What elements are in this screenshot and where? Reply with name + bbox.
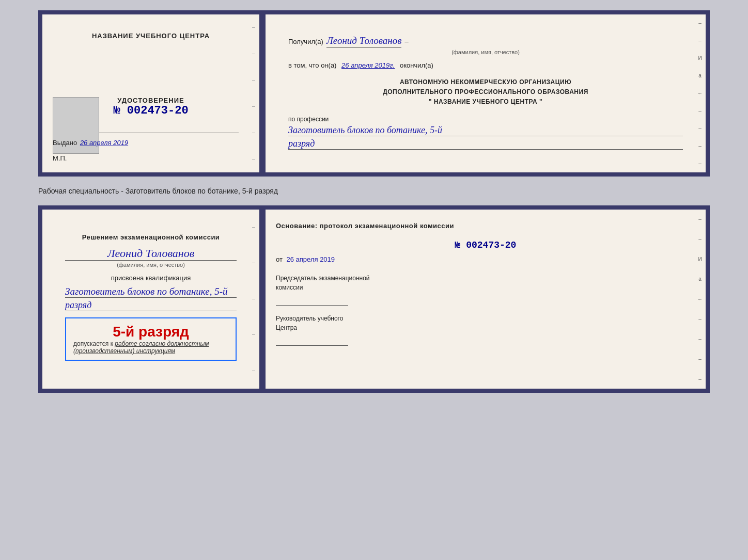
divider-top: [261, 14, 263, 172]
bmark-И: И: [698, 257, 702, 262]
osnovanie-label: Основание: протокол экзаменационной коми…: [276, 222, 454, 230]
predsedatel-signature: [276, 295, 348, 306]
fio-sublabel-bottom: (фамилия, имя, отчество): [65, 262, 237, 268]
btick5: [252, 371, 255, 371]
tick2: [252, 54, 255, 54]
dopuskaetsya-line: допускается к работе согласно должностны…: [73, 340, 228, 355]
org-block: АВТОНОМНУЮ НЕКОММЕРЧЕСКУЮ ОРГАНИЗАЦИЮ ДО…: [288, 77, 683, 107]
border-marks-top-left: [250, 14, 257, 172]
tick4: [252, 106, 255, 107]
top-cert-right: Получил(а) Леонид Толованов – (фамилия, …: [266, 14, 706, 172]
btick3: [252, 299, 255, 299]
bottom-left-content: Решением экзаменационной комиссии Леонид…: [53, 222, 249, 377]
rukovoditel-line2: Центра: [276, 323, 695, 332]
mark-dash3: –: [698, 108, 702, 114]
rukovoditel-line1: Руководитель учебного: [276, 314, 695, 323]
okonchil-label: окончил(а): [400, 61, 433, 69]
ot-label: от: [276, 255, 283, 263]
resheniyem-block: Решением экзаменационной комиссии: [65, 232, 237, 243]
divider-bottom: [261, 210, 263, 389]
top-cert-left: НАЗВАНИЕ УЧЕБНОГО ЦЕНТРА УДОСТОВЕРЕНИЕ №…: [42, 14, 259, 172]
border-marks-bottom-left: [250, 210, 257, 389]
org-line1: АВТОНОМНУЮ НЕКОММЕРЧЕСКУЮ ОРГАНИЗАЦИЮ: [288, 77, 683, 87]
predsedatel-line1: Председатель экзаменационной: [276, 274, 695, 283]
ot-line: от 26 апреля 2019: [276, 255, 695, 263]
vydano-line: Выдано 26 апреля 2019: [53, 139, 128, 147]
bmark-dash6: –: [698, 376, 702, 382]
btick1: [252, 227, 255, 228]
predsedatel-line2: комиссии: [276, 283, 695, 292]
predsedatel-block: Председатель экзаменационной комиссии: [276, 274, 695, 306]
ot-date: 26 апреля 2019: [287, 255, 335, 263]
subtitle-text: Рабочая специальность - Заготовитель бло…: [38, 187, 278, 195]
mark-arrow: ←: [697, 90, 703, 96]
bmark-а: а: [698, 276, 702, 282]
tick5: [252, 133, 255, 133]
vtom-row: в том, что он(а) 26 апреля 2019г. окончи…: [288, 61, 683, 69]
org-line3: " НАЗВАНИЕ УЧЕБНОГО ЦЕНТРА ": [288, 97, 683, 107]
vtom-date: 26 апреля 2019г.: [341, 61, 395, 69]
tick6: [252, 159, 255, 159]
po-professii-label: по профессии: [288, 116, 683, 123]
vydano-date: 26 апреля 2019: [80, 139, 128, 147]
bmark-dash3: –: [698, 316, 702, 322]
mark-dash4: –: [698, 125, 702, 131]
rukovoditel-signature: [276, 335, 348, 346]
bottom-cert-left: Решением экзаменационной комиссии Леонид…: [42, 210, 259, 389]
poluchil-prefix: Получил(а): [288, 38, 323, 45]
bottom-certificate: Решением экзаменационной комиссии Леонид…: [38, 205, 710, 393]
org-line2: ДОПОЛНИТЕЛЬНОГО ПРОФЕССИОНАЛЬНОГО ОБРАЗО…: [288, 87, 683, 97]
profession-block: по профессии Заготовитель блоков по бота…: [288, 116, 683, 150]
vydano-label: Выдано: [53, 139, 77, 147]
vtom-prefix: в том, что он(а): [288, 61, 336, 69]
stamp-box: 5-й разряд допускается к работе согласно…: [65, 317, 237, 361]
rukovoditel-block: Руководитель учебного Центра: [276, 314, 695, 346]
right-edge-marks-top: – – И а ← – – – –: [696, 14, 704, 172]
top-certificate: НАЗВАНИЕ УЧЕБНОГО ЦЕНТРА УДОСТОВЕРЕНИЕ №…: [38, 10, 710, 177]
osnovanie-block: Основание: протокол экзаменационной коми…: [276, 222, 695, 230]
mark-dash6: –: [698, 161, 702, 166]
protocol-number: № 002473-20: [276, 240, 695, 250]
profession-text: Заготовитель блоков по ботанике, 5-й: [288, 125, 683, 136]
fio-sublabel-top: (фамилия, имя, отчество): [288, 49, 683, 55]
btick2: [252, 263, 255, 263]
tick1: [252, 27, 255, 28]
kval-text: Заготовитель блоков по ботанике, 5-й: [65, 286, 237, 298]
bmark-dash5: –: [698, 356, 702, 362]
bmark-arrow: ←: [697, 296, 703, 302]
right-edge-marks-bottom: – – И а ← – – – –: [696, 210, 704, 389]
bmark-dash2: –: [698, 236, 702, 242]
dopuskaetsya-prefix: допускается к: [73, 340, 113, 347]
mark-dash5: –: [698, 143, 702, 149]
bottom-right-content: Основание: протокол экзаменационной коми…: [276, 222, 695, 346]
recipient-name-top: Леонид Толованов: [326, 35, 402, 48]
stamp-rank-text: 5-й разряд: [73, 324, 228, 340]
bottom-cert-right: Основание: протокол экзаменационной коми…: [266, 210, 706, 389]
razryad-bottom: разряд: [65, 300, 237, 311]
mark-dash2: –: [698, 38, 702, 43]
poluchil-row: Получил(а) Леонид Толованов –: [288, 35, 683, 48]
razryad-text-top: разряд: [288, 138, 683, 150]
tick3: [252, 80, 255, 81]
mark-dash1: –: [698, 20, 702, 26]
right-content-top: Получил(а) Леонид Толованов – (фамилия, …: [276, 27, 695, 160]
prisvoena-line: присвоена квалификация: [65, 274, 237, 282]
mark-а: а: [698, 73, 702, 78]
resheniyem-line: Решением экзаменационной комиссии: [65, 232, 237, 243]
dash-top: –: [404, 38, 408, 45]
bmark-dash4: –: [698, 336, 702, 342]
mark-И: И: [698, 55, 702, 61]
btick4: [252, 334, 255, 335]
subtitle-bar: Рабочая специальность - Заготовитель бло…: [38, 185, 710, 197]
bmark-dash1: –: [698, 216, 702, 222]
mp-label: М.П.: [53, 154, 67, 162]
center-title-top: НАЗВАНИЕ УЧЕБНОГО ЦЕНТРА: [53, 32, 249, 40]
recipient-name-bottom: Леонид Толованов: [65, 247, 237, 261]
